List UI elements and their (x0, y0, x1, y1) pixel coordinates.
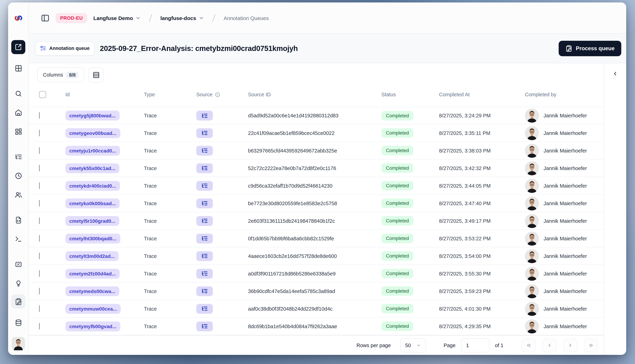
sidebar-item-home[interactable] (13, 108, 23, 117)
table-row[interactable]: cmetyju1r00ccad0... Trace b63297665cfd44… (29, 142, 604, 160)
database-icon (15, 319, 22, 326)
row-checkbox[interactable] (39, 200, 40, 206)
source-trace-button[interactable] (196, 163, 213, 173)
sidebar-item-dashboards[interactable] (13, 126, 23, 136)
table-row[interactable]: cmetyg5j800bwad... Trace d5ad9d52a00c6e1… (29, 107, 604, 124)
table-row[interactable]: cmetymyfb00gvad... Trace 8dc69b1ba1e540b… (29, 318, 604, 335)
table-row[interactable]: cmetykdr400ciad0... Trace c9d56ca32efaff… (29, 177, 604, 195)
item-id-link[interactable]: cmetygeov00buad... (65, 128, 120, 138)
item-id-link[interactable]: cmetylht300bqad0... (65, 234, 120, 243)
process-queue-button[interactable]: Process queue (558, 40, 621, 56)
langfuse-logo[interactable] (8, 2, 29, 34)
row-checkbox[interactable] (39, 147, 40, 154)
row-checkbox[interactable] (39, 305, 40, 312)
previous-page-button[interactable] (542, 338, 557, 352)
item-id-link[interactable]: cmetymyfb00gvad... (65, 321, 120, 331)
table-row[interactable]: cmetym2fz00d4ad... Trace a0df3f901167218… (29, 265, 604, 282)
row-checkbox[interactable] (39, 252, 40, 259)
open-external-button[interactable] (11, 40, 25, 54)
sidebar-item-prompts[interactable] (13, 215, 23, 225)
sidebar-item-tracing[interactable] (13, 152, 23, 162)
expand-panel-button[interactable] (610, 68, 620, 79)
header-source[interactable]: Source (196, 92, 248, 97)
table-row[interactable]: cmetyl5r100grad0... Trace 2e603f31361115… (29, 212, 604, 230)
org-switcher[interactable]: Langfuse Demo (93, 15, 141, 21)
project-name: langfuse-docs (160, 15, 196, 21)
item-id-link[interactable]: cmetylt3m00d2ad... (65, 251, 119, 261)
row-checkbox[interactable] (39, 130, 40, 136)
sidebar-item-sessions[interactable] (13, 171, 23, 180)
status-badge: Completed (381, 216, 413, 226)
row-checkbox[interactable] (39, 323, 40, 330)
table-row[interactable]: cmetylht300bqad0... Trace 0f1dd65b7bb9bf… (29, 230, 604, 247)
sidebar-item-evaluators[interactable] (13, 259, 23, 269)
source-trace-button[interactable] (196, 216, 213, 226)
sidebar-item-table-view[interactable] (13, 63, 23, 73)
sidebar-item-playground[interactable] (13, 234, 23, 244)
header-status[interactable]: Status (381, 92, 439, 97)
item-id-link[interactable]: cmetymeds00cwa... (65, 286, 119, 296)
sidebar-item-search[interactable] (13, 88, 23, 98)
item-id-link[interactable]: cmetyg5j800bwad... (65, 111, 119, 120)
row-checkbox[interactable] (39, 217, 40, 224)
item-id-link[interactable]: cmetymmuw00cea... (65, 304, 121, 314)
page-number-input[interactable]: 1 (461, 338, 489, 352)
user-avatar-menu[interactable] (12, 337, 25, 350)
sidebar-item-users[interactable] (13, 190, 23, 200)
status-badge: Completed (381, 234, 413, 243)
source-trace-button[interactable] (196, 286, 213, 296)
table-row[interactable]: cmetymeds00cwa... Trace 36b90cdfc47e5da1… (29, 282, 604, 300)
table-row[interactable]: cmetylt3m00d2ad... Trace 4aaece1603cb2e1… (29, 247, 604, 265)
source-trace-button[interactable] (196, 268, 213, 278)
completed-by-name: Jannik Maierhoefer (544, 113, 587, 118)
table-row[interactable]: cmetymmuw00cea... Trace aaf0c38db0f3f204… (29, 300, 604, 318)
item-id-link[interactable]: cmetyko0k00bsad... (65, 198, 120, 208)
last-page-button[interactable] (584, 338, 598, 352)
tracing-list-tree-icon (15, 153, 22, 160)
row-checkbox[interactable] (39, 288, 40, 294)
header-type[interactable]: Type (144, 92, 196, 97)
source-trace-button[interactable] (196, 251, 213, 261)
source-trace-button[interactable] (196, 234, 213, 243)
sidebar-item-datasets[interactable] (13, 318, 23, 328)
source-trace-button[interactable] (196, 304, 213, 314)
row-checkbox[interactable] (39, 182, 40, 189)
item-id-link[interactable]: cmetykdr400ciad0... (65, 181, 120, 190)
header-completed-at[interactable]: Completed At (439, 92, 525, 97)
rows-per-page-select[interactable]: 50 (400, 338, 426, 352)
row-checkbox[interactable] (39, 164, 40, 171)
row-checkbox[interactable] (39, 235, 40, 242)
next-page-button[interactable] (563, 338, 577, 352)
table-row[interactable]: cmetyk55x00c1ad... Trace 52c72c2222ea78e… (29, 160, 604, 177)
columns-button[interactable]: Columns 8/8 (37, 68, 84, 82)
completed-by-avatar (525, 231, 539, 246)
header-source-id[interactable]: Source ID (248, 92, 381, 97)
item-id-link[interactable]: cmetyl5r100grad0... (65, 216, 119, 226)
environment-badge[interactable]: PROD-EU (56, 13, 87, 23)
table-row[interactable]: cmetyko0k00bsad... Trace be7723e30d80205… (29, 195, 604, 212)
row-height-button[interactable] (89, 68, 103, 82)
sidebar-item-insights[interactable] (13, 278, 23, 288)
first-page-button[interactable] (522, 338, 536, 352)
list-todo-icon (40, 45, 46, 51)
source-trace-button[interactable] (196, 198, 213, 208)
select-all-checkbox[interactable] (39, 91, 46, 98)
row-checkbox[interactable] (39, 112, 40, 119)
sidebar-toggle-button[interactable] (41, 14, 50, 22)
source-trace-button[interactable] (196, 128, 213, 138)
source-trace-button[interactable] (196, 146, 213, 156)
item-id-link[interactable]: cmetyk55x00c1ad... (65, 163, 119, 173)
source-trace-button[interactable] (196, 321, 213, 331)
source-trace-button[interactable] (196, 111, 213, 120)
sidebar-item-annotation-queues[interactable] (11, 294, 25, 308)
pager (522, 338, 598, 352)
item-id-link[interactable]: cmetyju1r00ccad0... (65, 146, 120, 156)
source-trace-button[interactable] (196, 181, 213, 190)
item-id-link[interactable]: cmetym2fz00d4ad... (65, 268, 120, 278)
project-switcher[interactable]: langfuse-docs (160, 15, 204, 21)
row-checkbox[interactable] (39, 270, 40, 277)
table-row[interactable]: cmetygeov00buad... Trace 22c41f09acae5b1… (29, 124, 604, 142)
header-id[interactable]: Id (65, 92, 144, 97)
chevron-left-icon (612, 70, 618, 76)
header-completed-by[interactable]: Completed by (525, 92, 604, 97)
